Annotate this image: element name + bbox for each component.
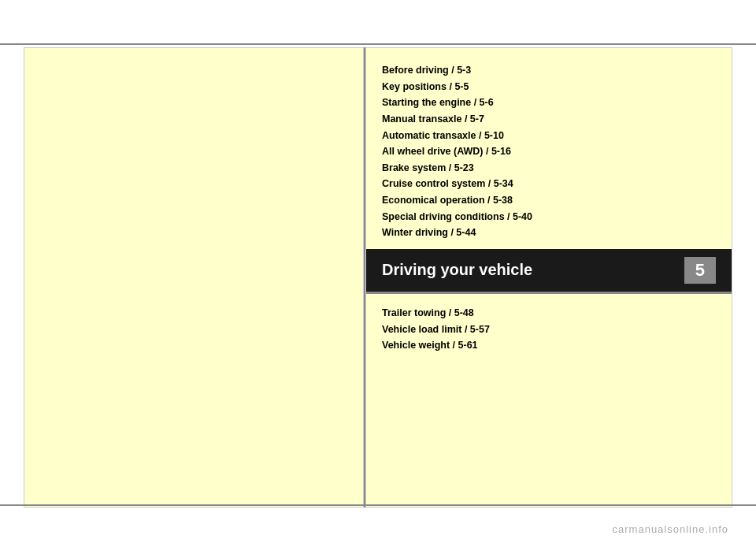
toc-item: Economical operation / 5-38 [382, 192, 716, 209]
toc-item: Vehicle load limit / 5-57 [382, 322, 716, 338]
toc-item: Cruise control system / 5-34 [382, 176, 716, 192]
chapter-header: Driving your vehicle 5 [366, 249, 732, 292]
toc-item: Manual transaxle / 5-7 [382, 111, 716, 128]
toc-item: Vehicle weight / 5-61 [382, 337, 716, 354]
bottom-rule [0, 504, 756, 506]
toc-item: All wheel drive (AWD) / 5-16 [382, 143, 716, 160]
chapter-title: Driving your vehicle [382, 261, 532, 279]
toc-item: Automatic transaxle / 5-10 [382, 128, 716, 144]
toc-item: Special driving conditions / 5-40 [382, 209, 716, 225]
right-panel: Before driving / 5-3Key positions / 5-5S… [365, 47, 732, 508]
toc-item: Before driving / 5-3 [382, 62, 716, 79]
toc-item: Trailer towing / 5-48 [382, 305, 716, 322]
watermark: carmanualsonline.info [613, 523, 728, 535]
toc-item: Key positions / 5-5 [382, 79, 716, 95]
toc-item: Winter driving / 5-44 [382, 225, 716, 241]
chapter-number: 5 [684, 257, 716, 284]
bottom-toc-section: Trailer towing / 5-48Vehicle load limit … [366, 294, 732, 362]
left-panel [24, 47, 364, 508]
main-content: Before driving / 5-3Key positions / 5-5S… [24, 47, 732, 508]
top-toc-section: Before driving / 5-3Key positions / 5-5S… [366, 48, 732, 249]
top-rule [0, 43, 756, 45]
toc-item: Brake system / 5-23 [382, 160, 716, 177]
toc-item: Starting the engine / 5-6 [382, 95, 716, 111]
